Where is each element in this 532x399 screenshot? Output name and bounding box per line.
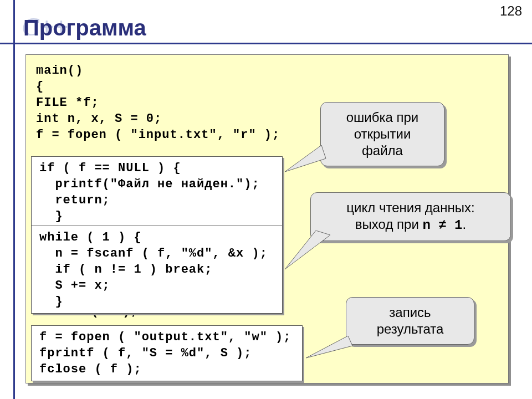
callout-tail-3 <box>304 336 354 364</box>
vertical-rule <box>13 0 15 399</box>
page-number: 128 <box>500 3 522 19</box>
code-box-null-check: if ( f == NULL ) { printf("Файл не найде… <box>31 156 283 228</box>
callout-file-error: ошибка при открытии файла <box>320 102 444 166</box>
callout-output: запись результата <box>346 297 474 345</box>
code-box-output: f = fopen ( "output.txt", "w" ); fprintf… <box>31 325 303 381</box>
callout-loop-line1: цикл чтения данных: <box>323 200 498 216</box>
callout-loop: цикл чтения данных: выход при n ≠ 1. <box>310 192 511 241</box>
svg-marker-0 <box>285 145 326 172</box>
svg-marker-2 <box>306 336 352 358</box>
horizontal-rule <box>0 43 532 44</box>
callout-tail-2 <box>283 231 332 275</box>
slide-title: Программа <box>23 16 146 40</box>
svg-marker-1 <box>285 231 330 269</box>
callout-loop-line2: выход при n ≠ 1. <box>323 216 498 234</box>
code-box-loop: while ( 1 ) { n = fscanf ( f, "%d", &x )… <box>31 226 283 314</box>
callout-tail-1 <box>283 145 327 178</box>
